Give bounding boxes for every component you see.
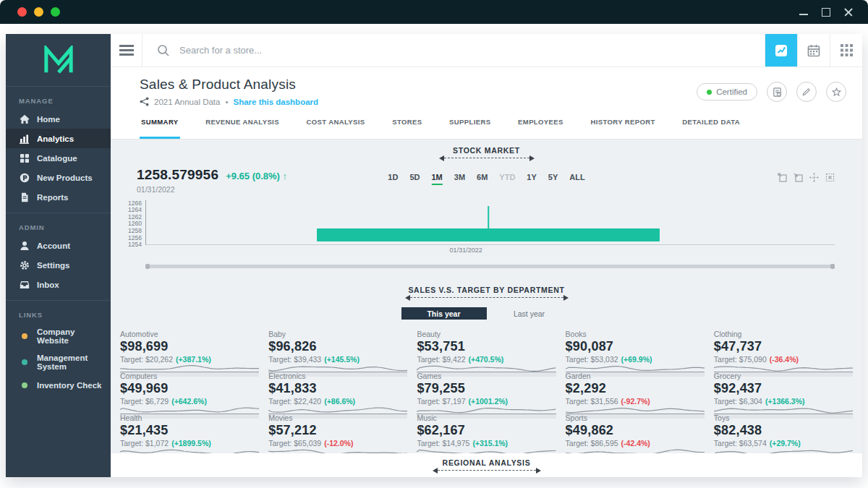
sidebar-item[interactable]: Settings [6,255,111,275]
department-kpi-card: Toys $82,438 Target: $63,574(+29.7%) [714,414,853,453]
percent-vs-target: (+642.6%) [171,397,207,406]
sidebar-manage-items: Home Analytics Catalogue New Pro [6,109,111,207]
analytics-view-button[interactable] [765,34,797,67]
department-name: Sports [566,414,705,422]
search-input[interactable] [179,45,765,56]
time-range-button[interactable]: 5Y [548,173,558,185]
sidebar-item[interactable]: Inbox [6,275,111,294]
sparkline-chart [120,448,259,453]
sidebar-link-item[interactable]: Company Website [6,323,111,349]
share-dashboard-link[interactable]: Share this dashboard [233,98,318,106]
percent-vs-target: (+470.5%) [469,355,504,364]
target-value: Target: $63,574 [714,439,767,448]
target-value: Target: $14,975 [417,439,469,448]
dashboard-tab[interactable]: STORES [391,116,423,139]
sidebar-item-label: Home [37,115,60,124]
dashboard-tab[interactable]: SUMMARY [140,116,180,139]
zoom-in-icon[interactable] [778,173,787,182]
dashboard-tabs: SUMMARY REVENUE ANALYSIS COST ANALYSIS S… [140,116,741,139]
report-button[interactable] [767,82,787,102]
sidebar-item-label: New Products [37,174,93,182]
stock-change: +9.65 (0.8%) ↑ [226,171,287,181]
dashboard-tab[interactable]: SUPPLIERS [448,116,492,139]
percent-vs-target: (+86.6%) [324,397,355,406]
dashboard-tab[interactable]: DETAILED DATA [681,116,741,139]
calendar-view-button[interactable] [797,34,830,67]
department-sales-value: $96,826 [268,339,407,354]
edit-button[interactable] [796,82,817,102]
dashboard-tab[interactable]: REVENUE ANALYSIS [204,116,281,139]
time-range-button[interactable]: 1D [388,173,398,185]
sidebar-item-label: Inventory Check [37,381,101,390]
year-toggle-button[interactable]: This year [401,307,487,320]
sidebar-item[interactable]: Reports [6,187,111,207]
maximize-icon[interactable] [821,7,831,17]
time-range-button[interactable]: 6M [477,173,488,185]
tab-label: STORES [392,118,422,126]
home-icon [19,114,30,124]
sidebar-link-item[interactable]: Management System [6,349,111,375]
sidebar-item[interactable]: Analytics [6,129,111,148]
department-target: Target: $6,304(+1366.3%) [714,397,853,406]
department-sales-value: $92,437 [714,381,853,396]
tab-label: EMPLOYEES [518,118,563,126]
sidebar-item[interactable]: New Products [6,168,111,187]
sidebar-link-item[interactable]: Inventory Check [6,375,111,395]
department-sales-value: $57,212 [268,423,407,438]
header-actions: Certified [697,82,846,102]
time-range-button[interactable]: 1M [431,173,442,185]
pan-icon[interactable] [809,173,819,182]
apps-grid-icon [841,44,853,56]
close-icon[interactable] [843,7,854,17]
department-name: Garden [566,372,705,380]
percent-vs-target: (+315.1%) [472,439,508,448]
time-range-button[interactable]: 3M [454,173,465,185]
reset-axes-icon[interactable] [825,173,835,182]
minimize-icon[interactable] [799,7,809,17]
department-name: Beauty [417,330,556,338]
department-kpi-card: Grocery $92,437 Target: $6,304(+1366.3%) [714,372,853,411]
dashboard-content: STOCK MARKET 1258.579956 +9.65 (0.8%) ↑ … [111,139,862,453]
y-axis-tick: 1254 [128,241,142,248]
sparkline-path [268,364,407,372]
sidebar-item[interactable]: Catalogue [6,148,111,168]
menu-toggle-button[interactable] [111,34,142,67]
department-kpi-card: Health $21,435 Target: $1,072(+1899.5%) [120,414,259,453]
zoom-out-icon[interactable] [793,173,803,182]
sidebar-item[interactable]: Home [6,109,111,129]
sparkline-chart [566,448,705,453]
department-name: Computers [120,372,259,380]
section-title: SALES V.S. TARGET BY DEPARTMENT [111,286,862,294]
dashboard-tab[interactable]: EMPLOYEES [516,116,565,139]
x-axis-tick: 01/31/2022 [450,247,482,254]
minimize-traffic-light[interactable] [34,7,43,17]
range-slider[interactable] [145,265,835,268]
target-value: Target: $31,556 [566,397,618,406]
sidebar-item-label: Catalogue [37,154,77,163]
percent-vs-target: (+29.7%) [770,439,801,448]
target-value: Target: $7,197 [417,397,465,406]
department-sales-value: $98,699 [120,339,259,354]
time-range-button[interactable]: 1Y [527,173,536,185]
department-kpi-card: Clothing $47,737 Target: $75,090(-36.4%) [714,330,853,369]
sparkline-path [120,364,259,372]
sidebar-item[interactable]: Account [6,236,111,255]
favorite-button[interactable] [826,82,846,102]
zoom-traffic-light[interactable] [51,7,60,17]
sidebar-item-label: Account [37,241,70,250]
year-toggle-button[interactable]: Last year [487,307,572,320]
time-range-button[interactable]: ALL [569,173,584,185]
time-range-label: 5Y [548,173,558,181]
sidebar-section-links: LINKS Company Website Management System [6,300,111,401]
dashboard-tab[interactable]: HISTORY REPORT [589,116,656,139]
percent-vs-target: (-42.4%) [621,439,650,448]
time-range-label: 1Y [527,173,536,181]
sparkline-chart [268,448,407,453]
time-range-button[interactable]: YTD [499,173,515,185]
close-traffic-light[interactable] [17,7,27,17]
inbox-icon [19,279,30,290]
time-range-button[interactable]: 5D [409,173,420,185]
apps-grid-button[interactable] [830,34,862,67]
department-kpi-card: Sports $49,862 Target: $86,595(-42.4%) [566,414,705,453]
dashboard-tab[interactable]: COST ANALYSIS [305,116,367,139]
